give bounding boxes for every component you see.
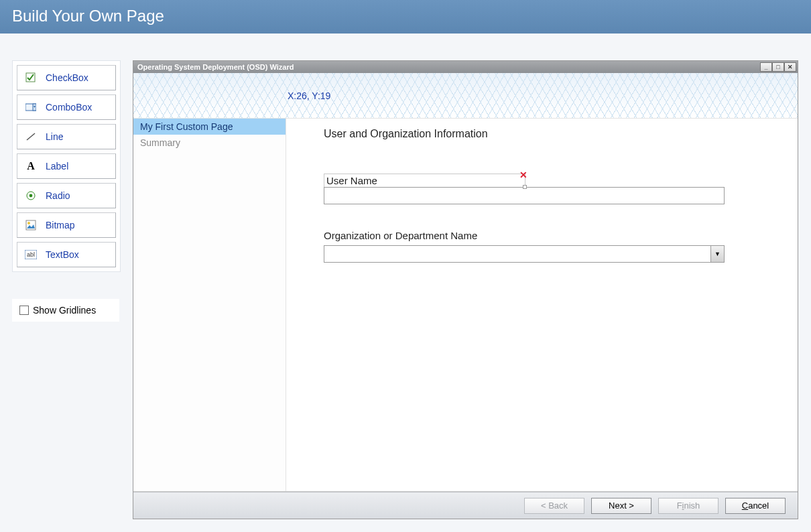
- page-title: Build Your Own Page: [0, 0, 811, 34]
- wizard-banner: X:26, Y:19: [133, 73, 798, 118]
- tool-label: TextBox: [46, 249, 79, 260]
- tool-radio[interactable]: Radio: [17, 183, 116, 208]
- wizard-content: User and Organization Information User N…: [286, 119, 798, 491]
- minimize-button[interactable]: _: [760, 62, 772, 72]
- label-icon: A: [24, 160, 38, 172]
- show-gridlines-option[interactable]: Show Gridlines: [12, 299, 119, 322]
- textbox-icon: abl: [24, 250, 38, 259]
- tool-combobox[interactable]: ComboBox: [17, 94, 116, 120]
- wizard-titlebar[interactable]: Operating System Deployment (OSD) Wizard…: [133, 61, 798, 73]
- back-button[interactable]: < Back: [524, 498, 584, 514]
- org-combobox[interactable]: ▼: [324, 245, 725, 263]
- wizard-step-summary[interactable]: Summary: [133, 135, 286, 151]
- chevron-down-icon[interactable]: ▼: [710, 246, 724, 262]
- tool-label: CheckBox: [46, 72, 88, 83]
- toolbox: CheckBox ComboBox Line A Label: [12, 60, 121, 272]
- close-button[interactable]: ✕: [784, 62, 796, 72]
- tool-label: Bitmap: [46, 220, 75, 230]
- wizard-footer: < Back Next > Finish Cancel: [133, 492, 798, 519]
- username-label: User Name: [326, 175, 377, 186]
- wizard-steps: My First Custom Page Summary: [133, 119, 286, 491]
- finish-button[interactable]: Finish: [658, 498, 719, 514]
- tool-label: Line: [46, 131, 63, 142]
- tool-bitmap[interactable]: Bitmap: [17, 212, 116, 238]
- line-icon: [24, 131, 38, 142]
- tool-label: Radio: [46, 190, 70, 201]
- svg-text:abl: abl: [27, 251, 35, 258]
- left-column: CheckBox ComboBox Line A Label: [12, 60, 121, 322]
- cancel-button[interactable]: Cancel: [725, 498, 786, 514]
- wizard-title: Operating System Deployment (OSD) Wizard: [137, 63, 294, 71]
- username-label-box[interactable]: User Name ✕: [324, 174, 525, 187]
- section-title: User and Organization Information: [324, 128, 760, 140]
- org-label: Organization or Department Name: [324, 230, 760, 241]
- resize-handle-icon[interactable]: [523, 185, 527, 189]
- next-button[interactable]: Next >: [591, 498, 651, 514]
- tool-label[interactable]: A Label: [17, 153, 116, 179]
- wizard-body: My First Custom Page Summary User and Or…: [133, 118, 798, 492]
- wizard-step-custom-page[interactable]: My First Custom Page: [133, 119, 286, 135]
- coordinate-readout: X:26, Y:19: [288, 90, 330, 101]
- svg-point-5: [29, 194, 33, 198]
- maximize-button[interactable]: □: [772, 62, 784, 72]
- org-combobox-input[interactable]: [324, 246, 710, 262]
- checkbox-icon: [24, 72, 38, 83]
- tool-checkbox[interactable]: CheckBox: [17, 65, 116, 90]
- checkbox-icon: [19, 306, 29, 315]
- main-layout: CheckBox ComboBox Line A Label: [0, 34, 811, 532]
- svg-point-7: [27, 222, 30, 224]
- wizard-window: Operating System Deployment (OSD) Wizard…: [133, 60, 798, 519]
- radio-icon: [24, 190, 38, 201]
- delete-marker-icon[interactable]: ✕: [519, 170, 527, 180]
- tool-line[interactable]: Line: [17, 124, 116, 149]
- combobox-icon: [24, 102, 38, 113]
- username-input[interactable]: [324, 187, 725, 204]
- tool-label: Label: [46, 161, 68, 172]
- show-gridlines-label: Show Gridlines: [33, 305, 96, 316]
- bitmap-icon: [24, 220, 38, 230]
- svg-line-3: [27, 133, 35, 140]
- tool-label: ComboBox: [46, 102, 92, 113]
- tool-textbox[interactable]: abl TextBox: [17, 242, 116, 267]
